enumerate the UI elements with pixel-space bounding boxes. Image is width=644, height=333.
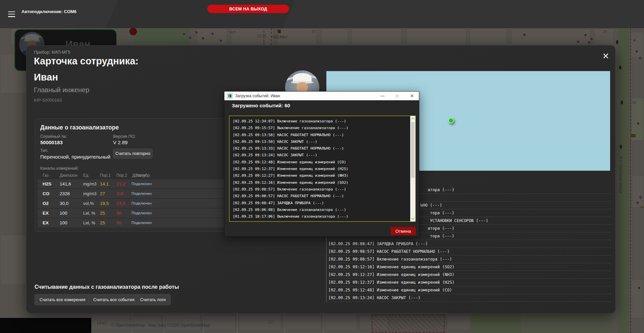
col-thr2: Пор.2 xyxy=(116,173,127,178)
card-employee-name: Иван xyxy=(34,72,58,83)
events-log-box[interactable]: [02.09.25 12:34:07] Включение газоанализ… xyxy=(229,116,416,222)
log-line: [02.09.25 09:08:57] НАСОС РАБОТАЕТ НОРМА… xyxy=(233,193,377,200)
event-row: [02.09.25 09:13:24] НАСОС ЗАКРЫТ (---) xyxy=(328,294,611,302)
maximize-icon[interactable]: □ xyxy=(392,92,402,100)
log-scrollbar[interactable] xyxy=(410,116,415,221)
firmware-value: V 2.89 xyxy=(113,140,127,145)
event-row: [02.09.25 09:12:48] Изменение единиц изм… xyxy=(328,286,611,294)
event-row: [02.09.25 09:12:37] Изменение единиц изм… xyxy=(328,279,611,286)
scrollbar-thumb[interactable] xyxy=(411,122,415,178)
type-value: Переносной, принудительный xyxy=(40,154,110,160)
event-row: [02.09.25 09:08:57] Включение газоанализ… xyxy=(328,256,611,263)
loaded-events-heading: Загружено событий: 60 xyxy=(232,103,290,108)
log-line: [02.09.25 09:13:50] НАСОС ЗАКРЫТ (---) xyxy=(233,138,377,145)
read-logs-button[interactable]: Считать логи xyxy=(135,294,171,305)
log-line: [02.09.25 09:08:47] ЗАРЯДКА ПРИБОРА (---… xyxy=(233,200,377,207)
channels-label: Каналы измерений: xyxy=(40,166,78,171)
window-close-icon[interactable]: ✕ xyxy=(407,92,417,100)
card-employee-role: Главный инженер xyxy=(34,86,89,94)
location-marker-icon[interactable] xyxy=(448,118,454,123)
event-row: [02.09.25 09:08:47] ЗАРЯДКА ПРИБОРА (---… xyxy=(328,240,611,248)
col-unit: Ед. xyxy=(83,173,89,178)
col-gas: Газ xyxy=(43,173,49,178)
log-line: [01.09.25 18:15:30] АКТИВИРОВАНА ФУНКЦИЯ… xyxy=(233,220,377,222)
scroll-down-icon[interactable] xyxy=(410,216,415,221)
col-status: Статус xyxy=(135,173,147,178)
log-line: [02.09.25 09:13:24] НАСОС ЗАКРЫТ (---) xyxy=(233,152,377,159)
minimize-icon[interactable]: — xyxy=(377,92,387,100)
log-line: [02.09.25 09:12:27] Изменение единиц изм… xyxy=(233,172,377,179)
close-icon[interactable]: ✕ xyxy=(601,51,611,61)
card-title: Карточка сотрудника: xyxy=(34,56,139,67)
firmware-label: Версия ПО: xyxy=(113,134,136,139)
read-all-events-button[interactable]: Считать все события xyxy=(88,294,140,305)
modal-title: Загрузка событий: Иван xyxy=(235,94,280,98)
log-line: [02.09.25 09:13:58] НАСОС РАБОТАЕТ НОРМА… xyxy=(233,132,377,138)
scroll-up-icon[interactable] xyxy=(410,116,415,121)
events-loading-window: Загрузка событий: Иван — □ ✕ Загружено с… xyxy=(224,91,419,237)
log-line: [02.09.25 09:13:33] НАСОС РАБОТАЕТ НОРМА… xyxy=(233,145,377,152)
device-label: Прибор: КИП-МГ5 xyxy=(34,50,70,55)
readout-section-title: Считывание данных с газоанализатора посл… xyxy=(35,284,179,290)
autoconnect-status: Автоподключение: COM6 xyxy=(21,9,76,14)
log-line: [02.09.25 09:15:57] Выключение газоанали… xyxy=(233,125,377,131)
menu-icon[interactable] xyxy=(8,10,15,17)
log-line: [02.09.25 09:12:48] Изменение единиц изм… xyxy=(233,159,377,166)
col-thr1: Пор.1 xyxy=(100,173,111,178)
event-row: [02.09.25 09:12:27] Изменение единиц изм… xyxy=(328,271,611,279)
event-log-lines: [02.09.25 12:34:07] Включение газоанализ… xyxy=(233,118,377,222)
log-line: [02.09.25 09:12:16] Изменение единиц изм… xyxy=(233,179,377,186)
analyzer-panel-title: Данные о газоанализаторе xyxy=(40,124,119,131)
cancel-button[interactable]: Отмена xyxy=(391,227,416,235)
serial-label: Серийный №: xyxy=(40,134,67,139)
log-line: [01.09.25 18:17:06] Выключение газоанали… xyxy=(233,213,377,220)
log-line: [02.09.25 09:12:37] Изменение единиц изм… xyxy=(233,166,377,172)
card-employee-id: KIP-50000183 xyxy=(34,98,62,103)
serial-value: 50000183 xyxy=(40,140,63,145)
all-exit-button[interactable]: ВСЕМ НА ВЫХОД xyxy=(207,5,289,13)
app-window-icon xyxy=(227,94,232,98)
log-line: [02.09.25 09:08:57] Включение газоанализ… xyxy=(233,186,377,193)
type-label: Тип: xyxy=(40,148,48,153)
event-row: [02.09.25 09:08:57] НАСОС РАБОТАЕТ НОРМА… xyxy=(328,248,611,256)
top-bar: Автоподключение: COM6 ВСЕМ НА ВЫХОД xyxy=(0,0,644,28)
event-row: [02.09.25 09:12:16] Изменение единиц изм… xyxy=(328,263,611,271)
log-line: [02.09.25 09:06:08] Включение газоанализ… xyxy=(233,207,377,213)
modal-title-bar[interactable]: Загрузка событий: Иван — □ ✕ xyxy=(224,92,419,100)
reread-button[interactable]: Считать повторно xyxy=(113,149,153,159)
read-all-measurements-button[interactable]: Считать все измерения xyxy=(35,294,90,305)
log-line: [02.09.25 12:34:07] Включение газоанализ… xyxy=(233,118,377,125)
col-range: Диапазон xyxy=(60,173,77,178)
